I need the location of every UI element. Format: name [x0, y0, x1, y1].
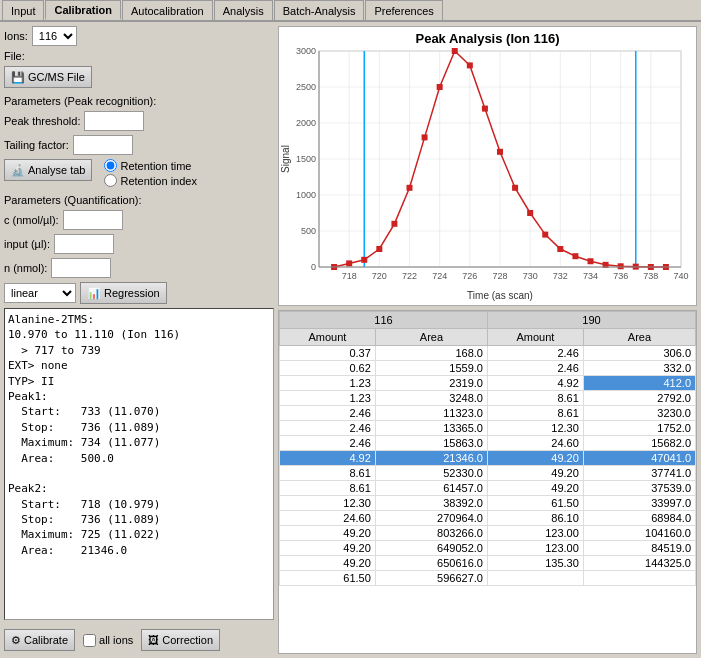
svg-text:720: 720	[372, 271, 387, 281]
input-row: input (µl): 1	[4, 234, 274, 254]
input-field[interactable]: 1	[54, 234, 114, 254]
table-cell: 2.46	[280, 436, 376, 451]
table-cell: 1.23	[280, 376, 376, 391]
table-cell: 33997.0	[583, 496, 695, 511]
table-row[interactable]: 2.4611323.08.613230.0	[280, 406, 696, 421]
table-row[interactable]: 24.60270964.086.1068984.0	[280, 511, 696, 526]
tab-analysis[interactable]: Analysis	[214, 0, 273, 20]
table-row[interactable]: 0.37168.02.46306.0	[280, 346, 696, 361]
retention-index-row: Retention index	[104, 174, 196, 187]
table-row[interactable]: 1.232319.04.92412.0	[280, 376, 696, 391]
svg-rect-46	[407, 185, 413, 191]
table-cell: 650616.0	[375, 556, 487, 571]
svg-text:Time (as scan): Time (as scan)	[467, 290, 533, 301]
tailing-factor-input[interactable]: 5	[73, 135, 133, 155]
retention-time-radio[interactable]	[104, 159, 117, 172]
calibrate-button[interactable]: ⚙ Calibrate	[4, 629, 75, 651]
svg-rect-49	[452, 48, 458, 54]
table-cell: 49.20	[280, 526, 376, 541]
regression-button[interactable]: 📊 Regression	[80, 282, 167, 304]
tab-calibration[interactable]: Calibration	[45, 0, 120, 20]
svg-rect-50	[467, 62, 473, 68]
chart-svg: 0500100015002000250030007187207227247267…	[279, 46, 696, 302]
table-cell: 8.61	[280, 466, 376, 481]
svg-rect-58	[588, 258, 594, 264]
table-cell	[583, 571, 695, 586]
table-cell: 12.30	[487, 421, 583, 436]
svg-rect-56	[557, 246, 563, 252]
table-cell: 49.20	[280, 541, 376, 556]
calibrate-icon: ⚙	[11, 634, 21, 647]
table-row[interactable]: 49.20803266.0123.00104160.0	[280, 526, 696, 541]
correction-icon: 🖼	[148, 634, 159, 646]
table-row[interactable]: 49.20649052.0123.0084519.0	[280, 541, 696, 556]
table-cell: 1752.0	[583, 421, 695, 436]
data-table: 116 190 Amount Area Amount Area 0.37168.…	[279, 311, 696, 586]
correction-button[interactable]: 🖼 Correction	[141, 629, 220, 651]
table-row[interactable]: 2.4613365.012.301752.0	[280, 421, 696, 436]
svg-text:726: 726	[462, 271, 477, 281]
table-row[interactable]: 0.621559.02.46332.0	[280, 361, 696, 376]
svg-text:3000: 3000	[296, 46, 316, 56]
table-cell: 2.46	[487, 346, 583, 361]
ions-dropdown[interactable]: 116 190	[32, 26, 77, 46]
analyse-tab-button[interactable]: 🔬 Analyse tab	[4, 159, 92, 181]
all-ions-row: all ions	[83, 634, 133, 647]
col-190-header: 190	[487, 312, 695, 329]
table-cell: 144325.0	[583, 556, 695, 571]
regression-icon: 📊	[87, 287, 101, 300]
table-row[interactable]: 61.50596627.0	[280, 571, 696, 586]
input-label: input (µl):	[4, 238, 50, 250]
table-cell: 803266.0	[375, 526, 487, 541]
table-cell: 2792.0	[583, 391, 695, 406]
radio-group: Retention time Retention index	[104, 159, 196, 187]
params-peak-label: Parameters (Peak recognition):	[4, 95, 274, 107]
peak-threshold-input[interactable]: 15	[84, 111, 144, 131]
gc-ms-row: 💾 GC/MS File	[4, 66, 274, 88]
table-row[interactable]: 49.20650616.0135.30144325.0	[280, 556, 696, 571]
svg-text:1000: 1000	[296, 190, 316, 200]
file-label: File:	[4, 50, 25, 62]
all-ions-checkbox[interactable]	[83, 634, 96, 647]
gc-ms-icon: 💾	[11, 71, 25, 84]
tab-input[interactable]: Input	[2, 0, 44, 20]
table-cell: 123.00	[487, 526, 583, 541]
retention-index-radio[interactable]	[104, 174, 117, 187]
n-row: n (nmol): 4.92	[4, 258, 274, 278]
n-label: n (nmol):	[4, 262, 47, 274]
svg-rect-60	[618, 263, 624, 269]
c-input[interactable]: 4.92	[63, 210, 123, 230]
n-input[interactable]: 4.92	[51, 258, 111, 278]
log-area: Alanine-2TMS: 10.970 to 11.110 (Ion 116)…	[4, 308, 274, 620]
table-row[interactable]: 2.4615863.024.6015682.0	[280, 436, 696, 451]
table-container[interactable]: 116 190 Amount Area Amount Area 0.37168.…	[278, 310, 697, 654]
peak-threshold-row: Peak threshold: 15	[4, 111, 274, 131]
table-row[interactable]: 8.6161457.049.2037539.0	[280, 481, 696, 496]
svg-text:728: 728	[492, 271, 507, 281]
svg-rect-48	[437, 84, 443, 90]
table-cell: 13365.0	[375, 421, 487, 436]
table-cell: 8.61	[487, 406, 583, 421]
table-cell: 52330.0	[375, 466, 487, 481]
tab-preferences[interactable]: Preferences	[365, 0, 442, 20]
svg-rect-44	[376, 246, 382, 252]
svg-rect-54	[527, 210, 533, 216]
tab-autocalibration[interactable]: Autocalibration	[122, 0, 213, 20]
table-row[interactable]: 4.9221346.049.2047041.0	[280, 451, 696, 466]
col-116-header: 116	[280, 312, 488, 329]
table-cell: 412.0	[583, 376, 695, 391]
table-cell: 4.92	[487, 376, 583, 391]
bottom-bar: ⚙ Calibrate all ions 🖼 Correction	[4, 626, 274, 654]
svg-text:724: 724	[432, 271, 447, 281]
linear-select[interactable]: linear quadratic	[4, 283, 76, 303]
table-cell: 61.50	[280, 571, 376, 586]
table-row[interactable]: 8.6152330.049.2037741.0	[280, 466, 696, 481]
table-row[interactable]: 1.233248.08.612792.0	[280, 391, 696, 406]
gc-ms-button[interactable]: 💾 GC/MS File	[4, 66, 92, 88]
table-cell: 15682.0	[583, 436, 695, 451]
table-row[interactable]: 12.3038392.061.5033997.0	[280, 496, 696, 511]
tab-batch-analysis[interactable]: Batch-Analysis	[274, 0, 365, 20]
svg-text:718: 718	[342, 271, 357, 281]
svg-text:722: 722	[402, 271, 417, 281]
chart-title: Peak Analysis (Ion 116)	[279, 27, 696, 46]
